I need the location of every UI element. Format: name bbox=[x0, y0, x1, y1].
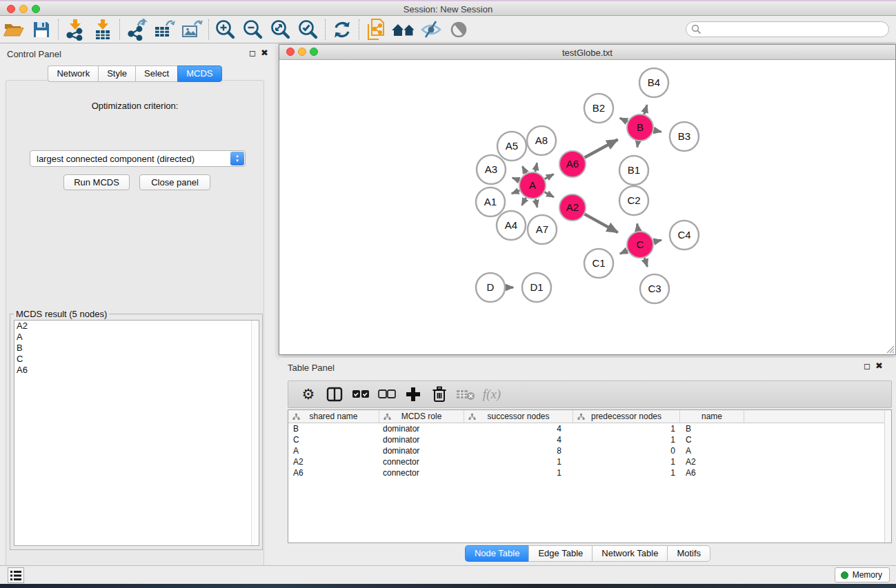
edge-C-C4[interactable] bbox=[654, 240, 661, 242]
network-canvas[interactable]: B4B2BB3A8A5A6A3B1AC2A1A2A4A7C4CC1DD1C3 bbox=[279, 60, 895, 354]
table-cell[interactable]: connector bbox=[379, 467, 464, 478]
edge-A-A6[interactable] bbox=[545, 174, 554, 179]
optimization-criterion-select[interactable]: largest connected component (directed) ▲… bbox=[30, 150, 246, 167]
import-network-icon[interactable] bbox=[61, 18, 89, 41]
network-graph[interactable]: B4B2BB3A8A5A6A3B1AC2A1A2A4A7C4CC1DD1C3 bbox=[279, 60, 895, 354]
edge-A6-B[interactable] bbox=[585, 140, 618, 158]
table-cell[interactable]: 1 bbox=[573, 467, 680, 478]
float-panel-icon[interactable]: ◻ bbox=[249, 48, 256, 58]
mcds-result-list[interactable]: A2ABCA6 bbox=[14, 320, 259, 546]
edge-A-A7[interactable] bbox=[535, 199, 537, 207]
node-A5[interactable]: A5 bbox=[497, 132, 526, 161]
delete-table-icon[interactable] bbox=[452, 383, 479, 405]
zoom-in-icon[interactable] bbox=[212, 18, 239, 41]
table-cell[interactable]: 8 bbox=[464, 445, 573, 456]
edge-A-A3[interactable] bbox=[512, 178, 520, 181]
table-cell[interactable]: A2 bbox=[288, 456, 379, 467]
delete-column-icon[interactable] bbox=[426, 383, 452, 405]
tab-edge-table[interactable]: Edge Table bbox=[528, 545, 592, 562]
task-history-button[interactable] bbox=[8, 567, 24, 583]
tab-network[interactable]: Network bbox=[48, 65, 98, 82]
edge-B-B1[interactable] bbox=[637, 141, 638, 148]
node-A2[interactable]: A2 bbox=[559, 194, 586, 221]
mcds-result-item[interactable]: A6 bbox=[14, 365, 259, 376]
node-B2[interactable]: B2 bbox=[584, 94, 613, 123]
column-header-name[interactable]: name bbox=[680, 410, 744, 423]
table-cell[interactable]: A bbox=[680, 445, 744, 456]
table-cell[interactable]: 1 bbox=[573, 456, 680, 467]
table-row[interactable]: A2connector11A2 bbox=[288, 456, 891, 467]
table-cell[interactable]: dominator bbox=[379, 434, 464, 445]
table-row[interactable]: A6connector11A6 bbox=[288, 467, 891, 478]
node-C[interactable]: C bbox=[627, 232, 653, 258]
node-B[interactable]: B bbox=[627, 114, 653, 141]
add-column-icon[interactable] bbox=[400, 383, 426, 405]
table-cell[interactable]: C bbox=[680, 434, 744, 445]
node-A6[interactable]: A6 bbox=[559, 151, 586, 177]
edge-B-B2[interactable] bbox=[620, 118, 628, 121]
tab-mcds[interactable]: MCDS bbox=[177, 65, 221, 82]
select-all-icon[interactable] bbox=[348, 383, 374, 405]
table-cell[interactable]: 1 bbox=[464, 456, 573, 467]
table-settings-icon[interactable]: ⚙ bbox=[295, 383, 321, 405]
network-window-titlebar[interactable]: testGlobe.txt bbox=[279, 45, 895, 60]
table-cell[interactable]: 0 bbox=[573, 445, 680, 456]
table-scrollbar[interactable] bbox=[884, 410, 891, 543]
export-network-icon[interactable] bbox=[123, 18, 150, 41]
deselect-all-icon[interactable] bbox=[374, 383, 400, 405]
open-file-icon[interactable] bbox=[0, 18, 28, 41]
edge-B-B4[interactable] bbox=[644, 105, 647, 114]
tab-motifs[interactable]: Motifs bbox=[667, 545, 710, 562]
search-input[interactable] bbox=[686, 21, 889, 37]
node-B1[interactable]: B1 bbox=[619, 156, 648, 185]
node-B4[interactable]: B4 bbox=[639, 68, 668, 97]
float-table-panel-icon[interactable]: ◻ bbox=[864, 361, 870, 371]
resize-grip-icon[interactable] bbox=[885, 344, 895, 354]
node-C4[interactable]: C4 bbox=[670, 221, 699, 250]
mcds-result-scrollbar[interactable] bbox=[251, 321, 259, 545]
home-layouts-icon[interactable] bbox=[390, 18, 417, 41]
zoom-fit-icon[interactable] bbox=[267, 18, 295, 41]
close-panel-icon[interactable]: ✖ bbox=[261, 48, 268, 58]
network-from-file-icon[interactable] bbox=[362, 18, 390, 41]
mcds-result-item[interactable]: A2 bbox=[14, 321, 259, 332]
column-header-predecessor-nodes[interactable]: predecessor nodes bbox=[573, 410, 680, 423]
node-D1[interactable]: D1 bbox=[522, 273, 551, 302]
edge-C-C2[interactable] bbox=[637, 223, 639, 231]
node-C2[interactable]: C2 bbox=[619, 186, 648, 215]
table-cell[interactable]: dominator bbox=[379, 445, 464, 456]
edge-A-A4[interactable] bbox=[522, 198, 526, 205]
split-panel-icon[interactable] bbox=[321, 383, 348, 405]
refresh-layout-icon[interactable] bbox=[328, 18, 356, 41]
table-cell[interactable]: 1 bbox=[464, 467, 573, 478]
table-row[interactable]: Bdominator41B bbox=[288, 423, 891, 434]
table-cell[interactable]: A6 bbox=[288, 467, 379, 478]
import-table-icon[interactable] bbox=[89, 18, 117, 41]
hide-details-icon[interactable] bbox=[417, 18, 445, 41]
edge-C-C3[interactable] bbox=[644, 258, 647, 267]
tab-node-table[interactable]: Node Table bbox=[465, 545, 529, 562]
function-builder-icon[interactable]: f(x) bbox=[479, 383, 505, 405]
show-details-icon[interactable] bbox=[445, 18, 472, 41]
edge-A-A8[interactable] bbox=[535, 163, 537, 172]
node-A7[interactable]: A7 bbox=[528, 215, 557, 244]
mcds-result-item[interactable]: A bbox=[14, 332, 259, 343]
export-table-icon[interactable] bbox=[150, 18, 178, 41]
table-cell[interactable]: A2 bbox=[680, 456, 744, 467]
column-header-MCDS-role[interactable]: MCDS role bbox=[379, 410, 464, 423]
memory-button[interactable]: Memory bbox=[835, 567, 890, 582]
table-cell[interactable]: 1 bbox=[573, 434, 680, 445]
mcds-result-item[interactable]: C bbox=[14, 354, 259, 365]
mcds-result-item[interactable]: B bbox=[14, 343, 259, 354]
table-cell[interactable]: dominator bbox=[379, 423, 464, 434]
node-A4[interactable]: A4 bbox=[497, 211, 526, 240]
table-cell[interactable]: connector bbox=[379, 456, 464, 467]
table-cell[interactable]: A6 bbox=[680, 467, 744, 478]
table-cell[interactable]: B bbox=[680, 423, 744, 434]
column-header-successor-nodes[interactable]: successor nodes bbox=[464, 410, 573, 423]
column-header-shared-name[interactable]: shared name bbox=[288, 410, 379, 423]
table-cell[interactable]: 4 bbox=[464, 434, 573, 445]
export-image-icon[interactable] bbox=[178, 18, 206, 41]
tab-style[interactable]: Style bbox=[98, 65, 135, 82]
table-cell[interactable]: B bbox=[288, 423, 379, 434]
